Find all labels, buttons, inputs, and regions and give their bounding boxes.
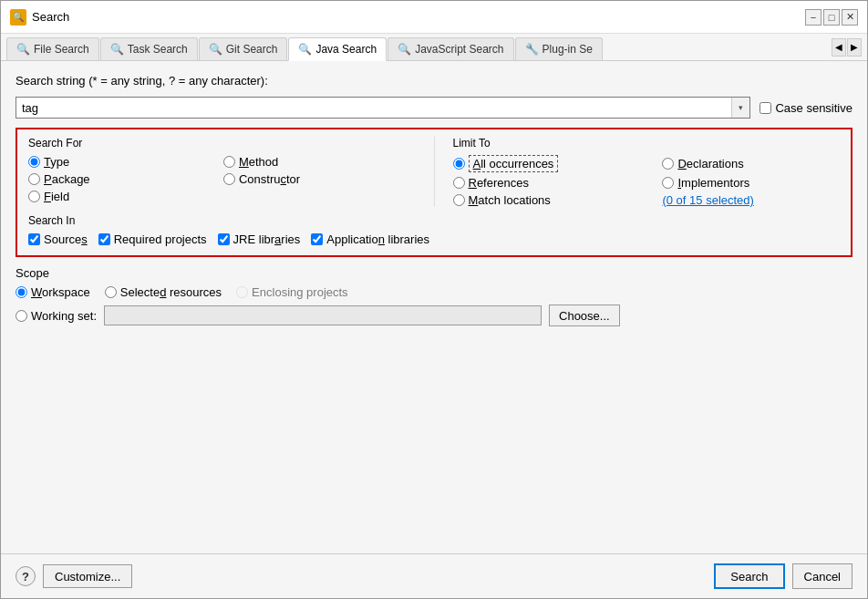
spacer [1,339,867,553]
window-icon: 🔍 [10,9,26,26]
check-jre-label: JRE libraries [233,232,301,246]
tab-task-search[interactable]: 🔍 Task Search [100,37,198,60]
radio-method[interactable]: Method [223,155,416,169]
radio-selected-label: Selected resources [120,285,222,299]
radio-declarations-label: Declarations [677,157,743,170]
radio-field-label: Field [44,190,69,203]
maximize-button[interactable]: □ [823,9,840,26]
radio-working-set-label: Working set: [31,309,97,323]
check-required-input[interactable] [98,233,110,245]
search-input-row: ▾ Case sensitive [16,97,852,119]
check-application-input[interactable] [311,233,323,245]
tab-git-search[interactable]: 🔍 Git Search [199,37,288,60]
radio-constructor[interactable]: Constructor [223,172,416,186]
task-search-icon: 🔍 [110,43,124,56]
search-in-section: Search In Sources Required projects J [28,214,840,246]
radio-all-input[interactable] [453,158,465,170]
tab-java-search-label: Java Search [315,43,377,56]
radio-match-input[interactable] [453,194,465,206]
check-sources-label: Sources [44,232,88,246]
radio-type-label: Type [44,155,69,169]
check-required[interactable]: Required projects [98,232,207,246]
two-column-section: Search For Type Method [28,137,840,207]
case-sensitive-label[interactable]: Case sensitive [760,101,852,115]
limit-to-grid: All occurrences Declarations References [453,155,841,207]
radio-working-set[interactable]: Working set: [16,309,97,323]
bottom-left: ? Customize... [16,564,132,588]
bottom-right: Search Cancel [714,563,852,589]
tab-nav-buttons: ◀ ▶ [832,37,862,60]
title-left: 🔍 Search [10,9,69,26]
search-input[interactable] [16,98,731,118]
check-sources-input[interactable] [28,233,40,245]
radio-package[interactable]: Package [28,172,205,186]
radio-selected[interactable]: Selected resources [105,285,222,299]
bottom-bar: ? Customize... Search Cancel [1,553,867,598]
radio-implementors[interactable]: Implementors [662,176,840,190]
radio-implementors-label: Implementors [677,176,749,190]
java-search-icon: 🔍 [298,43,312,56]
radio-type[interactable]: Type [28,155,205,169]
radio-match-locations[interactable]: Match locations [453,193,645,207]
search-input-wrapper: ▾ [16,97,750,119]
window-title: Search [32,10,69,24]
tab-file-search[interactable]: 🔍 File Search [6,37,99,60]
radio-selected-input[interactable] [105,286,117,298]
search-button[interactable]: Search [714,563,784,589]
search-dropdown-arrow[interactable]: ▾ [731,98,749,118]
radio-type-input[interactable] [28,156,40,168]
tab-file-search-label: File Search [34,43,89,56]
file-search-icon: 🔍 [16,43,30,56]
title-bar: 🔍 Search − □ ✕ [1,1,867,34]
check-jre[interactable]: JRE libraries [218,232,301,246]
check-application-label: Application libraries [326,232,429,246]
search-in-label: Search In [28,214,840,227]
radio-field-input[interactable] [28,191,40,202]
match-locations-link[interactable]: (0 of 15 selected) [662,193,840,207]
minimize-button[interactable]: − [805,9,822,26]
radio-constructor-input[interactable] [223,173,235,185]
tab-nav-prev[interactable]: ◀ [832,38,846,57]
scope-options-row: Workspace Selected resources Enclosing p… [16,285,852,299]
plugin-search-icon: 🔧 [525,43,539,56]
customize-button[interactable]: Customize... [43,564,132,588]
radio-workspace[interactable]: Workspace [16,285,90,299]
all-occurrences-text: All occurrences [469,155,559,172]
search-string-label: Search string (* = any string, ? = any c… [16,74,852,88]
radio-declarations-input[interactable] [662,158,674,170]
check-jre-input[interactable] [218,233,230,245]
tab-java-search[interactable]: 🔍 Java Search [288,37,387,61]
choose-button[interactable]: Choose... [549,305,620,326]
limit-to-label: Limit To [453,137,841,150]
radio-references[interactable]: References [453,176,645,190]
tab-bar: 🔍 File Search 🔍 Task Search 🔍 Git Search… [1,34,867,61]
cancel-button[interactable]: Cancel [792,563,852,589]
radio-field[interactable]: Field [28,190,205,203]
radio-all-occurrences[interactable]: All occurrences [453,155,645,172]
radio-workspace-label: Workspace [31,285,90,299]
tab-javascript-search[interactable]: 🔍 JavaScript Search [388,37,513,60]
radio-method-input[interactable] [223,156,235,168]
search-dialog: 🔍 Search − □ ✕ 🔍 File Search 🔍 Task Sear… [0,0,868,599]
scope-label: Scope [16,266,852,280]
radio-workspace-input[interactable] [16,286,27,298]
close-button[interactable]: ✕ [842,9,858,26]
check-sources[interactable]: Sources [28,232,88,246]
radio-implementors-input[interactable] [662,177,674,189]
radio-package-input[interactable] [28,173,40,185]
check-application[interactable]: Application libraries [311,232,429,246]
help-button[interactable]: ? [16,566,36,586]
radio-constructor-label: Constructor [239,172,300,186]
radio-method-label: Method [239,155,278,169]
radio-declarations[interactable]: Declarations [662,157,840,170]
radio-enclosing-label: Enclosing projects [252,285,348,299]
tab-task-search-label: Task Search [128,43,188,56]
git-search-icon: 🔍 [209,43,222,56]
tab-plugin-search[interactable]: 🔧 Plug-in Se [515,37,603,60]
radio-working-set-input[interactable] [16,310,27,322]
case-sensitive-checkbox[interactable] [760,102,771,114]
radio-references-input[interactable] [453,177,465,189]
tab-nav-next[interactable]: ▶ [847,38,862,57]
working-set-input[interactable] [104,305,542,325]
radio-enclosing: Enclosing projects [236,285,348,299]
